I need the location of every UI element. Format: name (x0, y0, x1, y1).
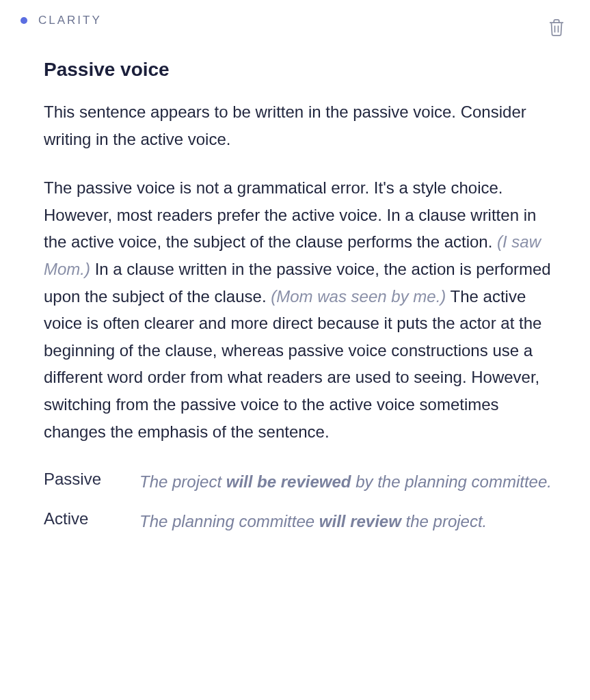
example-segment: the project. (401, 512, 487, 530)
trash-icon (546, 16, 567, 38)
explanation-part: The passive voice is not a grammatical e… (44, 178, 536, 251)
delete-button[interactable] (544, 14, 569, 41)
explanation-part: The active voice is often clearer and mo… (44, 287, 541, 441)
inline-example: (Mom was seen by me.) (271, 287, 446, 306)
category-label: CLARITY (38, 14, 102, 27)
example-bold-segment: will be reviewed (226, 472, 351, 491)
card-content: Passive voice This sentence appears to b… (21, 59, 569, 534)
examples-block: Passive The project will be reviewed by … (44, 470, 556, 534)
suggestion-explanation: The passive voice is not a grammatical e… (44, 174, 556, 445)
example-segment: The project (139, 472, 226, 491)
suggestion-title: Passive voice (44, 59, 556, 81)
example-bold-segment: will review (319, 512, 401, 530)
category-row: CLARITY (21, 14, 102, 27)
example-text: The planning committee will review the p… (139, 509, 556, 534)
example-row-active: Active The planning committee will revie… (44, 509, 556, 534)
example-segment: by the planning committee. (351, 472, 552, 491)
card-header: CLARITY (21, 14, 569, 41)
suggestion-summary: This sentence appears to be written in t… (44, 98, 556, 152)
example-label: Active (44, 509, 126, 528)
example-row-passive: Passive The project will be reviewed by … (44, 470, 556, 494)
example-text: The project will be reviewed by the plan… (139, 470, 556, 494)
category-bullet-icon (21, 17, 27, 24)
example-label: Passive (44, 470, 126, 489)
example-segment: The planning committee (139, 512, 319, 530)
